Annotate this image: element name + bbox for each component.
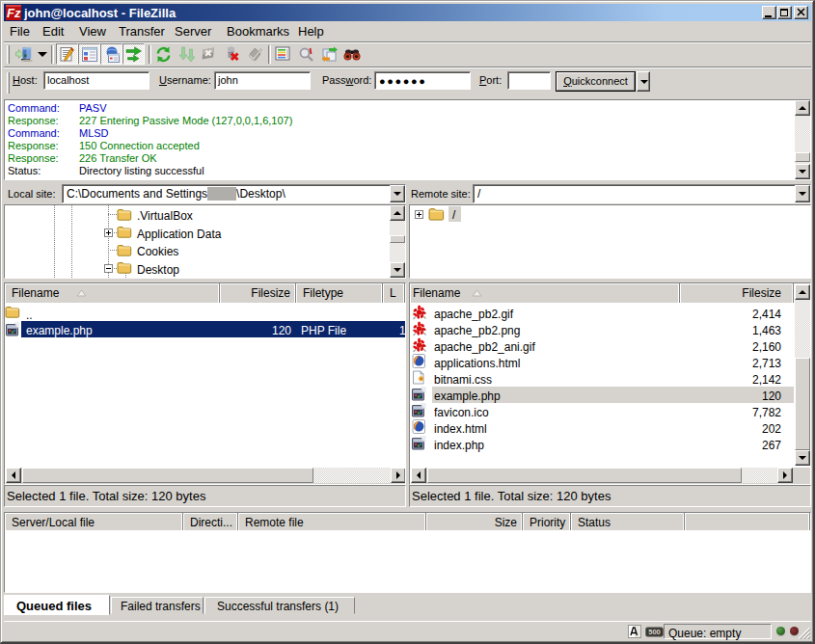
svg-text:500: 500 (648, 628, 661, 636)
svg-text:Fz: Fz (7, 6, 21, 20)
